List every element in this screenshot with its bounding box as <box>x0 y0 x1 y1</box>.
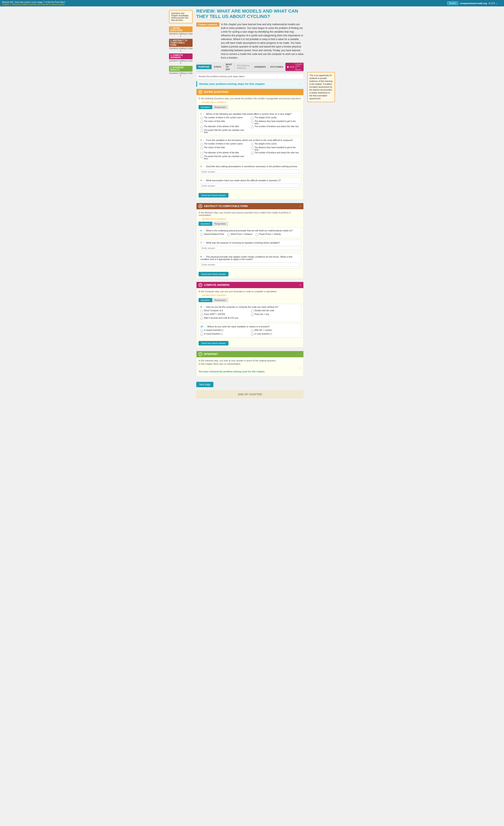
purpose-text: Review the problem-solving cycle steps t… <box>198 75 301 78</box>
q9-opt3: Press SHIFT + ENTER. <box>200 313 249 316</box>
q2-options: The number of letters in the cyclist's n… <box>200 142 300 160</box>
compute-send-button[interactable]: Send and check answer <box>198 341 229 346</box>
q6-radio1[interactable] <box>200 233 203 236</box>
q1-opt5: The diameter of the wheels of the bike. <box>200 125 249 128</box>
arrow-icon: → <box>198 101 201 103</box>
tab-outcomes[interactable]: OUTCOMES <box>268 65 286 69</box>
q1-radio1[interactable] <box>200 117 203 119</box>
step-interpret: 4. INTERPRET RESULTS Questions relating … <box>169 66 193 76</box>
abstract-expand-icon[interactable]: ⤢ <box>299 205 301 208</box>
q3-input[interactable] <box>200 170 300 174</box>
compute-expand-icon[interactable]: ⤢ <box>299 284 301 287</box>
q9-radio2[interactable] <box>251 310 254 312</box>
abstract-send-button[interactable]: Send and check answer <box>198 272 229 276</box>
q10-options: In square brackets [ ] After the := symb… <box>200 329 300 336</box>
tab-purpose[interactable]: PURPOSE <box>196 65 212 69</box>
compute-tab-responses[interactable]: Responses <box>212 298 228 302</box>
q6-text: 6 → What is the underlying physical prin… <box>200 229 300 232</box>
q10-radio4[interactable] <box>251 333 254 336</box>
q6-options: Speed=Distance/Time Work=Force × Distanc… <box>200 233 300 236</box>
q7-input[interactable] <box>200 246 300 250</box>
q2-radio2[interactable] <box>251 143 254 146</box>
q2-radio6[interactable] <box>251 152 254 155</box>
q2-radio4[interactable] <box>251 147 254 150</box>
q6-radio2[interactable] <box>227 233 230 236</box>
step-abstract-badge[interactable]: 2. ABSTRACT TO COMPUTABLE FORM <box>169 39 193 47</box>
chapter-summary-label: Chapter summary. <box>196 22 219 26</box>
section-abstract: A ABSTRACT TO COMPUTABLE FORM ⤢ In the A… <box>196 203 304 279</box>
q8-input[interactable] <box>200 262 300 267</box>
q2-opt3: The colour of their bike. <box>200 146 249 151</box>
q10-text: 10 → Where do you write the input variab… <box>200 325 300 328</box>
q9-opt1: Shout 'Compute' at it <box>200 309 249 312</box>
q1-radio3[interactable] <box>200 121 203 123</box>
question-1: 1 → Which of the following are variables… <box>198 111 301 135</box>
q6-radio3[interactable] <box>255 233 258 236</box>
q9-radio3[interactable] <box>200 313 203 316</box>
header-left: Module M1: How fast could I cycle stage … <box>2 1 447 6</box>
abstract-tab-responses[interactable]: Responses <box>212 222 228 226</box>
q10-opt4: In curly brackets { } <box>251 333 300 336</box>
define-expand-icon[interactable]: ⤢ <box>299 91 301 94</box>
question-10: 10 → Where do you write the input variab… <box>198 323 301 338</box>
q2-opt4: The distance they have travelled to get … <box>251 146 300 151</box>
q6-opt1: Speed=Distance/Time <box>200 233 224 236</box>
interpret-header-label: INTERPRET <box>204 353 218 356</box>
compute-tab-question[interactable]: Question <box>198 298 212 302</box>
next-page-button[interactable]: Next page <box>196 382 213 387</box>
left-sidebar: Questions test chapter knowledge, reinfo… <box>167 8 194 398</box>
q10-radio3[interactable] <box>200 333 203 336</box>
q3-text: 3 → Describe why making assumptions is s… <box>200 165 300 168</box>
define-tab-responses[interactable]: Responses <box>212 105 228 109</box>
review-header: Review your problem-solving steps for th… <box>199 82 265 85</box>
q1-radio2[interactable] <box>251 117 254 119</box>
quiz-label: QUIZ <box>290 66 294 68</box>
interpret-expand-icon2[interactable]: ⤢ <box>299 367 301 369</box>
step-define-badge[interactable]: 1. DEFINE QUESTIONS <box>169 26 193 32</box>
tab-technical-manual[interactable]: TECHNICAL MANUAL <box>235 63 252 70</box>
q2-radio5[interactable] <box>200 152 203 155</box>
tab-what-to-say[interactable]: WHAT TO SAY <box>224 62 235 72</box>
interpret-expand-icon[interactable]: ⤢ <box>299 353 301 356</box>
q1-text: 1 → Which of the following are variables… <box>200 113 300 115</box>
step-compute-desc: Questions relating to step 3. <box>169 60 193 64</box>
q9-radio1[interactable] <box>200 310 203 312</box>
student-button[interactable]: Student <box>447 1 458 5</box>
step-interpret-badge[interactable]: 4. INTERPRET RESULTS <box>169 66 193 72</box>
q10-radio1[interactable] <box>200 330 203 332</box>
step-define-desc: Questions relating to step 1. <box>169 33 193 37</box>
q9-radio4[interactable] <box>251 313 254 316</box>
q2-radio3[interactable] <box>200 147 203 150</box>
q1-radio4[interactable] <box>251 121 254 123</box>
q1-radio5[interactable] <box>200 126 203 128</box>
q1-radio7[interactable] <box>200 129 203 132</box>
home-icon[interactable]: ⌂ <box>496 2 498 5</box>
section-compute: C COMPUTE ANSWERS ⤢ In the Compute step,… <box>196 282 304 348</box>
define-body: In the Defining Questions step, you brea… <box>196 95 303 199</box>
interpret-intro: In the Interpret step, you look at your … <box>198 359 301 362</box>
abstract-tab-question[interactable]: Question <box>198 222 212 226</box>
q2-opt2: The weight of the cyclist. <box>251 142 300 146</box>
q1-radio6[interactable] <box>251 126 254 128</box>
define-tab-question[interactable]: Question <box>198 105 212 109</box>
tab-answers[interactable]: ANSWERS <box>252 65 268 69</box>
quiz-sub: Computer • Pairs • 10 minutes <box>295 63 302 71</box>
q4-input[interactable] <box>200 184 300 188</box>
q6-opt3: Power=Force × Velocity <box>255 233 281 236</box>
q2-radio1[interactable] <box>200 143 203 146</box>
q9-radio5[interactable] <box>200 317 203 320</box>
tab-steps[interactable]: STEPS <box>212 65 224 69</box>
define-circle: D <box>198 90 202 94</box>
compute-body: In the Compute step, you use your formul… <box>196 288 303 348</box>
q10-radio2[interactable] <box>251 330 254 332</box>
q2-radio7[interactable] <box>200 156 203 158</box>
define-header-label: DEFINE QUESTIONS <box>204 91 228 94</box>
define-send-button[interactable]: Send and check answer <box>198 193 229 197</box>
q9-text: 9 → How do you tell the computer to comp… <box>200 306 300 308</box>
step-define: 1. DEFINE QUESTIONS Questions relating t… <box>169 26 193 37</box>
step-compute-badge[interactable]: 3. COMPUTE ANSWERS <box>169 53 193 59</box>
user-icon[interactable]: 👤 <box>499 2 502 5</box>
q1-opt6: The number of brothers and sisters the r… <box>251 125 300 128</box>
expand-icon[interactable]: ⤢ <box>300 82 302 85</box>
step-interpret-desc: Questions relating to step 4. <box>169 72 193 76</box>
